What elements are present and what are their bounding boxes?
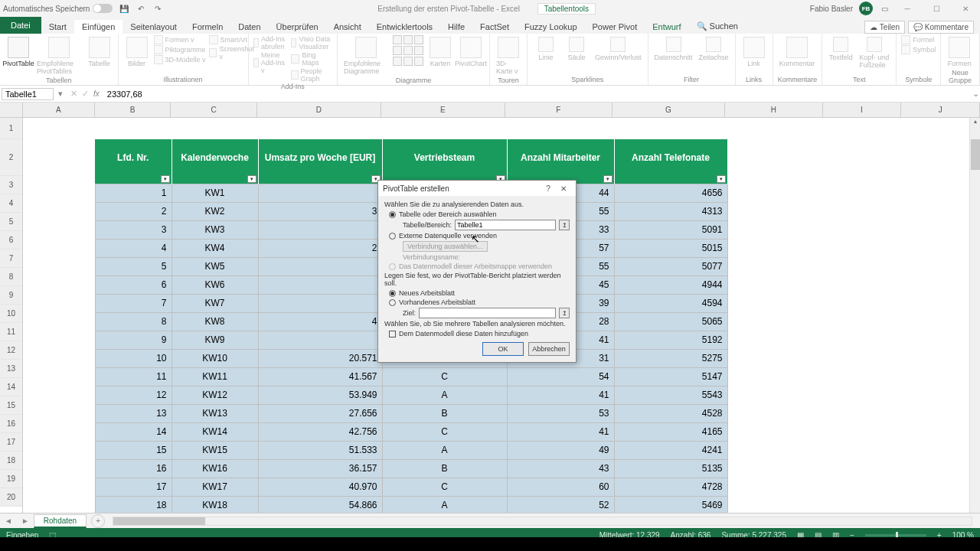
radio-new-sheet[interactable]: Neues Arbeitsblatt: [389, 289, 570, 297]
sheet-tab[interactable]: Rohdaten: [34, 514, 87, 528]
tab-einfugen[interactable]: Einfügen: [74, 20, 122, 34]
maps-button[interactable]: Karten: [426, 35, 454, 69]
table-button[interactable]: Tabelle: [86, 35, 113, 69]
pictures-button[interactable]: Bilder: [123, 35, 151, 69]
chart-type-icon[interactable]: [414, 35, 423, 44]
row-header[interactable]: 11: [0, 323, 22, 341]
row-header[interactable]: 13: [0, 360, 22, 378]
close-button[interactable]: ✕: [954, 1, 977, 16]
table-row[interactable]: 13KW1327.656 B534528: [23, 404, 763, 422]
comments-button[interactable]: 💬 Kommentare: [908, 21, 974, 34]
get-addins-button[interactable]: Add-Ins abrufen: [253, 35, 289, 51]
row-header[interactable]: 8: [0, 268, 22, 286]
row-header[interactable]: 20: [0, 488, 22, 507]
name-box[interactable]: Tabelle1: [2, 88, 54, 100]
tab-seitenlayout[interactable]: Seitenlayout: [122, 20, 185, 34]
col-header[interactable]: D: [257, 103, 381, 117]
select-all-button[interactable]: [0, 103, 22, 118]
radio-existing-sheet[interactable]: Vorhandenes Arbeitsblatt: [389, 298, 570, 306]
col-header[interactable]: F: [505, 103, 612, 117]
filter-button[interactable]: ▾: [161, 175, 170, 183]
screenshot-button[interactable]: Screenshot v: [209, 45, 256, 60]
search-tab[interactable]: 🔍 Suchen: [689, 19, 746, 34]
row-header[interactable]: 7: [0, 249, 22, 268]
tab-formeln[interactable]: Formeln: [185, 20, 230, 34]
chart-type-icon[interactable]: [393, 46, 402, 55]
checkbox-add-to-model[interactable]: Dem Datenmodell diese Daten hinzufügen: [389, 330, 570, 337]
col-header[interactable]: A: [23, 103, 95, 117]
row-header[interactable]: 4: [0, 194, 22, 213]
formula-expand-icon[interactable]: ⌄: [971, 89, 980, 99]
row-header[interactable]: 17: [0, 433, 22, 452]
range-selector-button[interactable]: ↥: [559, 220, 570, 230]
minimize-button[interactable]: ─: [896, 1, 919, 16]
user-avatar[interactable]: FB: [859, 2, 873, 15]
chart-type-icon[interactable]: [393, 57, 402, 66]
table-row[interactable]: 14KW1442.756 C414165: [23, 422, 763, 441]
table-row[interactable]: 11KW1141.567 C545147: [23, 367, 763, 386]
row-header[interactable]: 18: [0, 452, 22, 470]
row-header[interactable]: 16: [0, 415, 22, 433]
undo-icon[interactable]: ↶: [136, 3, 146, 14]
redo-icon[interactable]: ↷: [152, 3, 163, 14]
tab-nav-prev[interactable]: ◄: [0, 517, 17, 525]
enter-formula-icon[interactable]: ✓: [82, 89, 89, 99]
horizontal-scrollbar[interactable]: [113, 517, 972, 526]
maximize-button[interactable]: ☐: [925, 1, 948, 16]
comment-button[interactable]: Kommentar: [778, 35, 817, 69]
file-tab[interactable]: Datei: [0, 17, 41, 34]
table-row[interactable]: 17KW1740.970 C604728: [23, 478, 763, 496]
ribbon-options-icon[interactable]: ▭: [879, 3, 890, 14]
bing-maps-button[interactable]: Bing Maps: [291, 51, 332, 67]
filter-button[interactable]: ▾: [717, 175, 726, 183]
symbol-button[interactable]: Symbol: [901, 45, 936, 54]
row-header[interactable]: 5: [0, 213, 22, 231]
col-header[interactable]: E: [381, 103, 505, 117]
my-addins-button[interactable]: Meine Add-Ins v: [253, 51, 289, 74]
add-sheet-button[interactable]: +: [91, 514, 105, 528]
textbox-button[interactable]: Textfeld: [827, 35, 854, 63]
slicer-button[interactable]: Datenschnitt: [653, 35, 694, 63]
col-header[interactable]: I: [823, 103, 902, 117]
vertical-scrollbar[interactable]: ▴: [969, 118, 980, 513]
chart-type-icon[interactable]: [403, 57, 413, 66]
dialog-close-button[interactable]: ✕: [556, 181, 571, 195]
filter-button[interactable]: ▾: [247, 175, 256, 183]
zoom-slider[interactable]: [865, 534, 926, 536]
chart-type-icon[interactable]: [403, 35, 413, 44]
col-header[interactable]: J: [901, 103, 980, 117]
tab-powerpivot[interactable]: Power Pivot: [585, 20, 645, 34]
tab-factset[interactable]: FactSet: [472, 20, 517, 34]
formula-input[interactable]: 23307,68: [104, 90, 971, 99]
chart-type-icon[interactable]: [414, 57, 423, 66]
ok-button[interactable]: OK: [482, 342, 524, 356]
row-header[interactable]: 3: [0, 176, 22, 194]
tab-fuzzy[interactable]: Fuzzy Lookup: [517, 20, 584, 34]
3d-models-button[interactable]: 3D-Modelle v: [154, 55, 206, 64]
tool-tab[interactable]: Tabellentools: [537, 3, 596, 15]
shapes-new-button[interactable]: Formen: [946, 35, 973, 69]
pivotchart-button[interactable]: PivotChart: [457, 35, 485, 69]
chart-type-icon[interactable]: [393, 35, 402, 44]
cancel-button[interactable]: Abbrechen: [528, 342, 570, 356]
sparkline-line-button[interactable]: Linie: [532, 35, 560, 63]
filter-button[interactable]: ▾: [603, 175, 612, 183]
sparkline-winloss-button[interactable]: Gewinn/Verlust: [593, 35, 643, 63]
col-header[interactable]: G: [612, 103, 726, 117]
radio-table-range[interactable]: Tabelle oder Bereich auswählen: [389, 210, 570, 218]
row-header[interactable]: 1: [0, 118, 22, 139]
autosave-toggle[interactable]: Automatisches Speichern: [3, 4, 113, 13]
3d-map-button[interactable]: 3D-Karte v: [495, 35, 522, 77]
link-button[interactable]: Link: [740, 35, 768, 69]
row-header[interactable]: 10: [0, 305, 22, 323]
row-header[interactable]: 19: [0, 470, 22, 488]
sparkline-column-button[interactable]: Säule: [563, 35, 590, 63]
tab-start[interactable]: Start: [41, 20, 74, 34]
chart-type-icon[interactable]: [414, 46, 423, 55]
col-header[interactable]: H: [725, 103, 823, 117]
tab-entwicklertools[interactable]: Entwicklertools: [369, 20, 440, 34]
table-row[interactable]: 15KW1551.533 A494241: [23, 441, 763, 459]
equation-button[interactable]: Formel: [901, 35, 936, 44]
col-header[interactable]: C: [171, 103, 257, 117]
table-row[interactable]: 16KW1636.157 B435135: [23, 459, 763, 478]
